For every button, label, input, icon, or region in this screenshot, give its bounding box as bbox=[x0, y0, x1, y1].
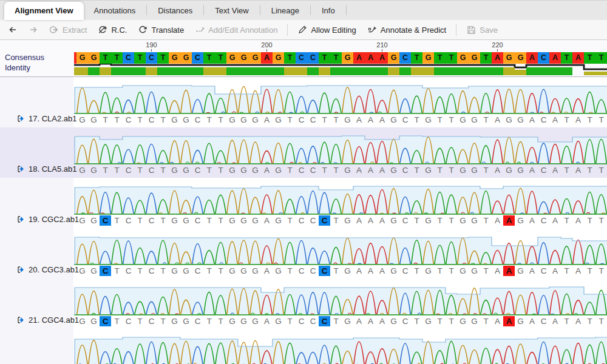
consensus-base[interactable]: T bbox=[203, 52, 215, 64]
base-letter[interactable]: A bbox=[572, 316, 584, 326]
base-letter[interactable]: G bbox=[226, 266, 238, 276]
base-letter[interactable]: G bbox=[273, 165, 284, 175]
base-letter[interactable]: C bbox=[146, 215, 157, 226]
base-letter[interactable]: A bbox=[353, 165, 365, 175]
base-letter[interactable]: C bbox=[146, 165, 157, 175]
consensus-base[interactable]: G bbox=[273, 52, 284, 64]
base-letter[interactable]: C bbox=[538, 316, 549, 326]
consensus-base[interactable]: C bbox=[538, 52, 549, 64]
base-letter[interactable]: C bbox=[538, 266, 549, 276]
consensus-base[interactable]: G bbox=[515, 52, 526, 64]
base-letter[interactable]: A bbox=[572, 165, 584, 175]
base-letter[interactable]: T bbox=[157, 316, 169, 326]
base-letter[interactable]: A bbox=[549, 266, 561, 276]
base-letter[interactable]: T bbox=[561, 115, 572, 125]
base-letter[interactable]: T bbox=[480, 115, 492, 125]
base-letter[interactable]: G bbox=[388, 115, 399, 125]
base-letter[interactable]: T bbox=[111, 266, 123, 276]
base-letter[interactable]: G bbox=[469, 215, 480, 226]
base-letter[interactable]: C bbox=[307, 266, 319, 276]
consensus-base[interactable]: C bbox=[307, 52, 319, 64]
base-letter[interactable]: G bbox=[169, 316, 180, 326]
base-letter[interactable]: A bbox=[549, 115, 561, 125]
base-letter[interactable]: G bbox=[457, 215, 469, 226]
consensus-base[interactable]: T bbox=[157, 52, 169, 64]
tab-text-view[interactable]: Text View bbox=[205, 2, 259, 20]
base-letter[interactable]: A bbox=[376, 215, 388, 226]
base-letter[interactable]: T bbox=[215, 115, 226, 125]
base-letter[interactable]: T bbox=[446, 266, 457, 276]
base-letter[interactable]: C bbox=[192, 316, 203, 326]
base-letter[interactable]: T bbox=[584, 316, 595, 326]
base-letter[interactable]: T bbox=[411, 316, 422, 326]
base-letter[interactable]: G bbox=[515, 215, 526, 226]
base-letter[interactable]: T bbox=[434, 215, 446, 226]
base-letter[interactable]: T bbox=[215, 266, 226, 276]
base-letter[interactable]: C bbox=[100, 266, 111, 276]
base-letter[interactable]: A bbox=[549, 215, 561, 226]
consensus-base[interactable]: T bbox=[111, 52, 123, 64]
base-letter[interactable]: T bbox=[100, 115, 111, 125]
base-letter[interactable]: G bbox=[515, 266, 526, 276]
base-letter[interactable]: G bbox=[422, 215, 434, 226]
base-letter[interactable]: C bbox=[192, 215, 203, 226]
base-letter[interactable]: T bbox=[203, 215, 215, 226]
base-letter[interactable]: G bbox=[342, 316, 353, 326]
base-letter[interactable]: T bbox=[434, 316, 446, 326]
base-letter[interactable]: T bbox=[584, 115, 595, 125]
base-letter[interactable]: G bbox=[515, 316, 526, 326]
base-letter[interactable]: A bbox=[261, 165, 273, 175]
base-letter[interactable]: G bbox=[169, 165, 180, 175]
chromatogram[interactable] bbox=[74, 235, 607, 265]
base-letter[interactable]: A bbox=[261, 266, 273, 276]
consensus-base[interactable]: G bbox=[226, 52, 238, 64]
base-letter[interactable]: T bbox=[111, 316, 123, 326]
base-letter[interactable]: T bbox=[134, 115, 146, 125]
consensus-base[interactable]: G bbox=[238, 52, 249, 64]
base-letter[interactable]: T bbox=[434, 266, 446, 276]
base-letter[interactable]: C bbox=[399, 165, 411, 175]
consensus-base[interactable]: C bbox=[296, 52, 307, 64]
base-letter[interactable]: T bbox=[330, 115, 342, 125]
base-letter[interactable]: T bbox=[561, 215, 572, 226]
consensus-base[interactable]: A bbox=[492, 52, 503, 64]
base-letter[interactable]: G bbox=[238, 215, 249, 226]
base-letter[interactable]: T bbox=[319, 165, 330, 175]
base-letter[interactable]: G bbox=[503, 115, 515, 125]
base-letter[interactable]: T bbox=[157, 165, 169, 175]
base-letter[interactable]: A bbox=[526, 165, 538, 175]
base-letter[interactable]: C bbox=[307, 165, 319, 175]
base-letter[interactable]: T bbox=[330, 215, 342, 226]
consensus-sequence[interactable]: GGTTCTCTGGCTTGGGAGTCCTTGAAAGCTGTTGGTAGGA… bbox=[74, 52, 607, 64]
base-letter[interactable]: G bbox=[457, 115, 469, 125]
base-letter[interactable]: A bbox=[572, 266, 584, 276]
base-letter[interactable]: T bbox=[284, 115, 296, 125]
base-letter[interactable]: G bbox=[169, 266, 180, 276]
base-letter[interactable]: T bbox=[411, 215, 422, 226]
base-letter[interactable]: G bbox=[388, 316, 399, 326]
base-letter[interactable]: T bbox=[584, 165, 595, 175]
base-letter[interactable]: T bbox=[319, 115, 330, 125]
base-letter[interactable]: G bbox=[457, 316, 469, 326]
base-letter[interactable]: A bbox=[261, 316, 273, 326]
base-letter[interactable]: G bbox=[76, 215, 88, 226]
base-letter[interactable]: A bbox=[503, 215, 515, 226]
base-letter[interactable]: A bbox=[365, 266, 376, 276]
base-letter[interactable]: T bbox=[480, 215, 492, 226]
base-letter[interactable]: A bbox=[549, 165, 561, 175]
base-letter[interactable]: G bbox=[342, 115, 353, 125]
base-letter[interactable]: A bbox=[376, 316, 388, 326]
base-letter[interactable]: T bbox=[111, 215, 123, 226]
base-letter[interactable]: T bbox=[561, 266, 572, 276]
base-letter[interactable]: T bbox=[434, 165, 446, 175]
base-letter[interactable]: A bbox=[365, 215, 376, 226]
base-letter[interactable]: C bbox=[538, 165, 549, 175]
toolbar-extract-button[interactable]: Extract bbox=[49, 25, 87, 35]
base-letter[interactable]: C bbox=[146, 316, 157, 326]
consensus-base[interactable]: G bbox=[469, 52, 480, 64]
base-letter[interactable]: T bbox=[284, 165, 296, 175]
base-letter[interactable]: G bbox=[76, 115, 88, 125]
consensus-base[interactable]: A bbox=[353, 52, 365, 64]
consensus-base[interactable]: G bbox=[180, 52, 192, 64]
base-letter[interactable]: C bbox=[123, 266, 134, 276]
